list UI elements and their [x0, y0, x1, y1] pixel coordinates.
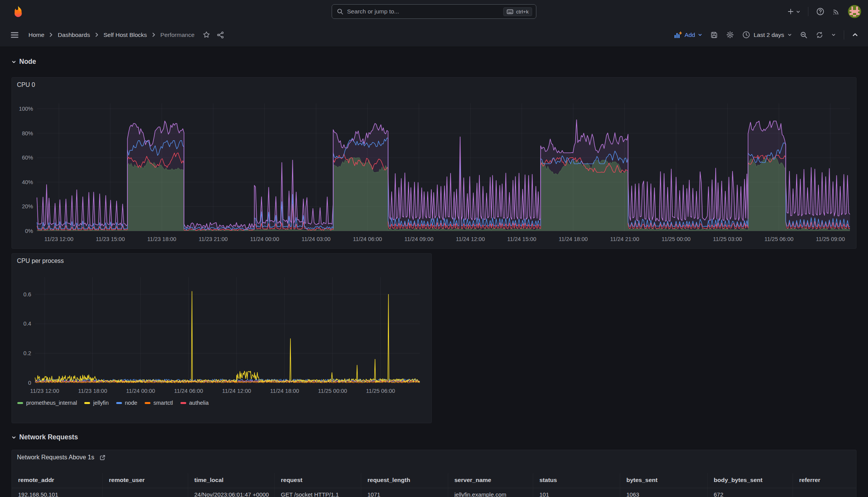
row-header-network-requests[interactable]: Network Requests [12, 433, 78, 441]
dashboard-toolbar: Home Dashboards Self Host Blocks Perform… [0, 23, 868, 47]
x-axis-tick-label: 11/24 06:00 [174, 388, 203, 394]
grafana-logo[interactable] [12, 5, 25, 18]
news-button[interactable] [832, 8, 840, 16]
y-axis-tick-label: 60% [22, 155, 33, 161]
chevron-right-icon [95, 32, 99, 37]
chevron-down-icon [698, 33, 702, 37]
search-input[interactable]: Search or jump to... ctrl+k [332, 4, 536, 19]
column-header-server_name[interactable]: server_name [448, 473, 533, 488]
x-axis-tick-label: 11/23 18:00 [147, 236, 177, 242]
column-header-request_length[interactable]: request_length [361, 473, 448, 488]
column-header-status[interactable]: status [533, 473, 620, 488]
table-cell: 101 [533, 488, 620, 497]
x-axis-tick-label: 11/24 03:00 [302, 236, 331, 242]
table-cell: 1071 [361, 488, 448, 497]
panel-title-cpu0[interactable]: CPU 0 [17, 81, 35, 88]
chevron-right-icon [152, 32, 156, 37]
time-range-label: Last 2 days [754, 32, 784, 38]
legend-label: node [125, 400, 137, 406]
legend-label: prometheus_internal [26, 400, 77, 406]
search-placeholder: Search or jump to... [347, 8, 503, 15]
x-axis-tick-label: 11/25 09:00 [816, 236, 845, 242]
help-button[interactable] [816, 7, 825, 16]
breadcrumb-current: Performance [160, 32, 195, 38]
chevron-right-icon [49, 32, 53, 37]
share-button[interactable] [217, 31, 224, 39]
table-cell: 1063 [620, 488, 708, 497]
column-header-body_bytes_sent[interactable]: body_bytes_sent [708, 473, 793, 488]
share-icon [217, 31, 224, 39]
x-axis-tick-label: 11/24 12:00 [456, 236, 485, 242]
panel-cpu-per-process: CPU per process 00.20.40.611/23 12:0011/… [12, 253, 432, 423]
column-header-remote_addr[interactable]: remote_addr [12, 473, 103, 488]
cpu0-timeseries-chart[interactable]: 0%20%40%60%80%100%11/23 12:0011/23 15:00… [12, 78, 856, 248]
y-axis-tick-label: 40% [22, 179, 33, 185]
table-cell: jellyfin.example.com [448, 488, 533, 497]
breadcrumb-dashboards[interactable]: Dashboards [58, 32, 90, 38]
x-axis-tick-label: 11/24 00:00 [126, 388, 155, 394]
star-icon [202, 31, 210, 39]
legend-item-node[interactable]: node [116, 400, 137, 406]
x-axis-tick-label: 11/23 18:00 [78, 388, 107, 394]
panel-title-cpu-per-process[interactable]: CPU per process [17, 258, 64, 264]
column-header-referrer[interactable]: referrer [793, 473, 856, 488]
x-axis-tick-label: 11/23 12:00 [30, 388, 59, 394]
column-header-remote_user[interactable]: remote_user [103, 473, 188, 488]
legend-item-smartctl[interactable]: smartctl [145, 400, 173, 406]
table-cell [793, 488, 856, 497]
mega-menu-button[interactable] [10, 30, 19, 40]
chevron-down-icon [12, 435, 16, 440]
y-axis-tick-label: 80% [22, 130, 33, 136]
y-axis-tick-label: 0% [25, 228, 33, 234]
rss-icon [832, 8, 840, 16]
dashboard-canvas: Node CPU 0 0%20%40%60%80%100%11/23 12:00… [0, 47, 868, 497]
x-axis-tick-label: 11/25 06:00 [765, 236, 794, 242]
clock-icon [742, 31, 750, 39]
panel-network-requests: Network Requests Above 1s remote_addrrem… [12, 450, 856, 497]
gear-icon [726, 31, 734, 39]
y-axis-tick-label: 0.4 [23, 321, 31, 327]
chevron-down-icon [788, 33, 792, 37]
add-button[interactable]: Add [674, 32, 702, 38]
breadcrumb-folder[interactable]: Self Host Blocks [103, 32, 147, 38]
hamburger-icon [10, 30, 19, 40]
legend-label: smartctl [154, 400, 173, 406]
time-range-picker[interactable]: Last 2 days [742, 31, 792, 39]
user-avatar[interactable] [848, 5, 861, 18]
legend-item-authelia[interactable]: authelia [180, 400, 209, 406]
refresh-interval-dropdown[interactable] [831, 33, 836, 37]
dashboard-settings-button[interactable] [726, 31, 734, 39]
x-axis-tick-label: 11/23 15:00 [96, 236, 125, 242]
panel-cpu0: CPU 0 0%20%40%60%80%100%11/23 12:0011/23… [12, 77, 856, 249]
x-axis-tick-label: 11/24 06:00 [353, 236, 382, 242]
column-header-time_local[interactable]: time_local [188, 473, 275, 488]
breadcrumb-home[interactable]: Home [28, 32, 44, 38]
top-navigation-bar: Search or jump to... ctrl+k [0, 0, 868, 23]
refresh-button[interactable] [816, 31, 823, 39]
chevron-down-icon [831, 33, 836, 37]
x-axis-tick-label: 11/25 00:00 [661, 236, 691, 242]
legend-swatch [180, 402, 186, 404]
x-axis-tick-label: 11/24 12:00 [222, 388, 251, 394]
legend-item-prometheus_internal[interactable]: prometheus_internal [17, 400, 77, 406]
x-axis-tick-label: 11/24 21:00 [610, 236, 639, 242]
new-menu-button[interactable] [787, 8, 800, 15]
network-requests-table: remote_addrremote_usertime_localrequestr… [12, 473, 856, 497]
legend-swatch [145, 402, 150, 404]
cpu-per-process-chart[interactable]: 00.20.40.611/23 12:0011/23 18:0011/24 00… [12, 254, 431, 423]
external-link-icon[interactable] [99, 454, 106, 461]
table-cell: 672 [708, 488, 793, 497]
toolbar-divider [844, 30, 844, 40]
row-header-node[interactable]: Node [12, 58, 36, 66]
y-axis-tick-label: 20% [22, 203, 33, 209]
panel-title-network-requests[interactable]: Network Requests Above 1s [17, 454, 106, 461]
zoom-out-time-button[interactable] [800, 31, 808, 39]
table-cell: GET /socket HTTP/1.1 [275, 488, 361, 497]
y-axis-tick-label: 0.2 [23, 350, 31, 356]
column-header-request[interactable]: request [275, 473, 361, 488]
column-header-bytes_sent[interactable]: bytes_sent [620, 473, 708, 488]
favorite-button[interactable] [202, 31, 210, 39]
legend-item-jellyfin[interactable]: jellyfin [84, 400, 108, 406]
save-dashboard-button[interactable] [710, 31, 718, 39]
collapse-toolbar-button[interactable] [852, 32, 858, 38]
